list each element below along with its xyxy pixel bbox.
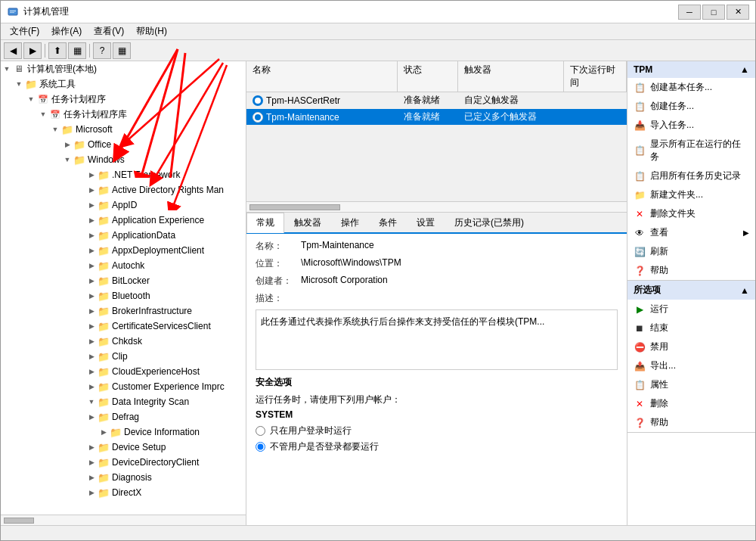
window-controls[interactable]: ─ □ ✕ (678, 5, 749, 20)
tree-view[interactable]: ▼ 🖥 计算机管理(本地) ▼ 📁 系统工具 ▼ 📅 任 (1, 61, 246, 515)
tree-item-dotnet[interactable]: ▶ 📁 .NET Framework (1, 167, 246, 182)
tree-item-autochk[interactable]: ▶ 📁 Autochk (1, 258, 246, 273)
menu-help[interactable]: 帮助(H) (130, 23, 173, 39)
action-create-basic[interactable]: 📋 创建基本任务... (627, 78, 755, 97)
tree-item-bluetooth[interactable]: ▶ 📁 Bluetooth (1, 288, 246, 303)
expander-task-scheduler[interactable]: ▼ (25, 93, 37, 105)
action-disable[interactable]: ⛔ 禁用 (627, 337, 755, 356)
menu-file[interactable]: 文件(F) (4, 23, 45, 39)
hscroll-thumb[interactable] (4, 518, 34, 524)
expander-dotnet[interactable]: ▶ (85, 169, 98, 181)
expander-directx[interactable]: ▶ (85, 487, 98, 499)
expander-chkdsk[interactable]: ▶ (85, 335, 98, 347)
expander-autochk[interactable]: ▶ (85, 260, 98, 272)
close-button[interactable]: ✕ (727, 5, 749, 20)
tree-item-devsetup[interactable]: ▶ 📁 Device Setup (1, 440, 246, 455)
expander-appid[interactable]: ▶ (85, 199, 98, 211)
action-tpm-help[interactable]: ❓ 帮助 (627, 261, 755, 280)
tree-item-clip[interactable]: ▶ 📁 Clip (1, 349, 246, 364)
collapse-tpm-icon[interactable]: ▲ (740, 64, 749, 75)
radio-always[interactable] (256, 442, 265, 452)
expander-computer[interactable]: ▼ (1, 63, 13, 75)
expander-appdata[interactable]: ▶ (85, 229, 98, 241)
tree-item-microsoft[interactable]: ▼ 📁 Microsoft (1, 122, 246, 137)
tree-item-system-tools[interactable]: ▼ 📁 系统工具 (1, 76, 246, 92)
expander-defrag[interactable]: ▶ (85, 411, 98, 423)
expander-devsetup[interactable]: ▶ (85, 441, 98, 453)
table-row-selected[interactable]: Tpm-Maintenance 准备就绪 已定义多个触发器 (246, 109, 627, 126)
expander-windows[interactable]: ▼ (61, 154, 73, 166)
expander-appexp[interactable]: ▶ (85, 214, 98, 226)
table-row[interactable]: Tpm-HASCertRetr 准备就绪 自定义触发器 (246, 92, 627, 109)
action-new-folder[interactable]: 📁 新建文件夹... (627, 185, 755, 204)
expander-diagnosis[interactable]: ▶ (85, 471, 98, 483)
action-enable-history[interactable]: 📋 启用所有任务历史记录 (627, 166, 755, 185)
collapse-selected-icon[interactable]: ▲ (740, 285, 749, 296)
toolbar-extra[interactable]: ▦ (113, 42, 131, 59)
tree-item-bitlocker[interactable]: ▶ 📁 BitLocker (1, 273, 246, 288)
tree-item-appid[interactable]: ▶ 📁 AppID (1, 197, 246, 213)
action-run[interactable]: ▶ 运行 (627, 300, 755, 319)
expander-devinfo[interactable]: ▶ (98, 426, 110, 438)
tree-item-devinfo[interactable]: ▶ 📁 Device Information (1, 424, 246, 440)
tree-item-cloudexp[interactable]: ▶ 📁 CloudExperienceHost (1, 364, 246, 379)
menu-action[interactable]: 操作(A) (45, 23, 88, 39)
expander-bitlocker[interactable]: ▶ (85, 275, 98, 287)
action-export[interactable]: 📤 导出... (627, 356, 755, 375)
action-delete-folder[interactable]: ✕ 删除文件夹 (627, 204, 755, 223)
action-import-task[interactable]: 📥 导入任务... (627, 116, 755, 135)
expander-dataint[interactable]: ▼ (85, 396, 98, 408)
tree-item-task-scheduler[interactable]: ▼ 📅 任务计划程序 (1, 92, 246, 107)
tab-history[interactable]: 历史记录(已禁用) (445, 213, 534, 232)
action-properties[interactable]: 📋 属性 (627, 375, 755, 394)
action-selected-help[interactable]: ❓ 帮助 (627, 413, 755, 432)
tab-general[interactable]: 常规 (246, 213, 284, 233)
toolbar-back[interactable]: ◀ (4, 42, 22, 59)
tree-item-office[interactable]: ▶ 📁 Office (1, 137, 246, 152)
toolbar-help[interactable]: ? (93, 42, 111, 59)
tree-item-chkdsk[interactable]: ▶ 📁 Chkdsk (1, 334, 246, 349)
menu-view[interactable]: 查看(V) (88, 23, 130, 39)
tab-triggers[interactable]: 触发器 (284, 213, 331, 232)
tree-item-brokerinfra[interactable]: ▶ 📁 BrokerInfrastructure (1, 303, 246, 319)
table-hscroll-thumb[interactable] (249, 204, 340, 210)
expander-bluetooth[interactable]: ▶ (85, 290, 98, 302)
action-create-task[interactable]: 📋 创建任务... (627, 97, 755, 116)
expander-office[interactable]: ▶ (61, 138, 73, 151)
expander-custexp[interactable]: ▶ (85, 381, 98, 393)
tree-item-task-library[interactable]: ▼ 📅 任务计划程序库 (1, 107, 246, 122)
tree-item-windows[interactable]: ▼ 📁 Windows (1, 152, 246, 167)
maximize-button[interactable]: □ (702, 5, 725, 20)
tree-item-computer[interactable]: ▼ 🖥 计算机管理(本地) (1, 61, 246, 76)
expander-system-tools[interactable]: ▼ (13, 78, 25, 90)
minimize-button[interactable]: ─ (678, 5, 701, 20)
expander-brokerinfra[interactable]: ▶ (85, 305, 98, 317)
tree-item-defrag[interactable]: ▶ 📁 Defrag (1, 409, 246, 424)
expander-microsoft[interactable]: ▼ (49, 123, 61, 135)
action-delete[interactable]: ✕ 删除 (627, 394, 755, 413)
tree-item-appexp[interactable]: ▶ 📁 Application Experience (1, 213, 246, 228)
table-hscroll[interactable] (246, 201, 627, 212)
toolbar-show[interactable]: ▦ (68, 42, 86, 59)
action-show-running[interactable]: 📋 显示所有正在运行的任务 (627, 135, 755, 166)
action-view[interactable]: 👁 查看 ▶ (627, 223, 755, 242)
action-refresh[interactable]: 🔄 刷新 (627, 242, 755, 261)
expander-cloudexp[interactable]: ▶ (85, 365, 98, 378)
tree-item-appdata[interactable]: ▶ 📁 ApplicationData (1, 228, 246, 243)
expander-task-library[interactable]: ▼ (37, 108, 49, 120)
action-end[interactable]: ⏹ 结束 (627, 319, 755, 337)
tree-item-certsvc[interactable]: ▶ 📁 CertificateServicesClient (1, 319, 246, 334)
tree-item-directx[interactable]: ▶ 📁 DirectX (1, 485, 246, 500)
expander-appxdeploy[interactable]: ▶ (85, 244, 98, 257)
tab-settings[interactable]: 设置 (407, 213, 445, 232)
tree-item-custexp[interactable]: ▶ 📁 Customer Experience Imprc (1, 379, 246, 394)
tab-conditions[interactable]: 条件 (369, 213, 407, 232)
expander-adrs[interactable]: ▶ (85, 184, 98, 196)
tree-item-appxdeploy[interactable]: ▶ 📁 AppxDeploymentClient (1, 243, 246, 258)
toolbar-up[interactable]: ⬆ (48, 42, 67, 59)
toolbar-forward[interactable]: ▶ (23, 42, 42, 59)
tree-item-devdirclient[interactable]: ▶ 📁 DeviceDirectoryClient (1, 455, 246, 470)
tree-item-adrs[interactable]: ▶ 📁 Active Directory Rights Man (1, 182, 246, 197)
tab-actions[interactable]: 操作 (331, 213, 369, 232)
radio-loginonly[interactable] (256, 426, 265, 436)
